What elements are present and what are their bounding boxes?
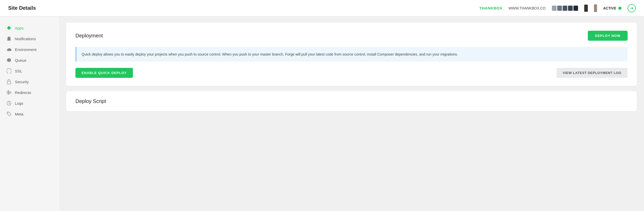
sidebar-item-notifications[interactable]: Notifications	[0, 33, 59, 44]
sidebar-label-security: Security	[15, 80, 29, 84]
swatch-3	[563, 6, 567, 11]
navigate-button[interactable]: ➜	[628, 4, 636, 12]
lock-icon	[6, 79, 12, 85]
sidebar-item-queue[interactable]: Queue	[0, 55, 59, 66]
sidebar-item-security[interactable]: Security	[0, 76, 59, 87]
tag-icon	[6, 111, 12, 117]
color-swatches	[552, 6, 578, 11]
sidebar-item-environment[interactable]: Environment	[0, 44, 59, 55]
sidebar-item-ssl[interactable]: SSL	[0, 66, 59, 76]
deployment-card: Deployment DEPLOY NOW Quick deploy allow…	[66, 23, 637, 86]
sidebar-item-logs[interactable]: Logs	[0, 98, 59, 109]
deploy-now-button[interactable]: DEPLOY NOW	[588, 31, 628, 41]
apps-icon	[6, 25, 12, 31]
chart-icon	[6, 100, 12, 106]
deployment-info-text: Quick deploy allows you to easily deploy…	[82, 52, 458, 56]
mobile-device-icon	[584, 5, 588, 12]
swatch-2	[557, 6, 562, 11]
sidebar-label-logs: Logs	[15, 101, 23, 106]
bell-icon	[6, 36, 12, 41]
sidebar-item-redirects[interactable]: Redirects	[0, 87, 59, 98]
sidebar-label-queue: Queue	[15, 58, 26, 62]
page-title: Site Details	[8, 5, 36, 11]
tablet-device-icon	[594, 4, 597, 12]
swatch-4	[568, 6, 573, 11]
swatch-1	[552, 6, 557, 11]
sidebar-label-meta: Meta	[15, 112, 23, 116]
sidebar-item-meta[interactable]: Meta	[0, 109, 59, 119]
deploy-script-card: Deploy Script	[66, 91, 637, 111]
svg-rect-1	[7, 81, 11, 84]
arrow-icon: ➜	[630, 6, 633, 10]
swatch-5	[573, 6, 578, 11]
sidebar-label-notifications: Notifications	[15, 37, 36, 41]
deploy-script-title: Deploy Script	[75, 98, 628, 104]
redirects-icon	[6, 90, 12, 95]
deployment-info-box: Quick deploy allows you to easily deploy…	[75, 47, 628, 62]
main-content: Deployment DEPLOY NOW Quick deploy allow…	[59, 16, 644, 211]
sidebar: Apps Notifications Environment	[0, 16, 59, 211]
main-layout: Apps Notifications Environment	[0, 16, 644, 211]
site-name: THANKBOX	[479, 6, 502, 10]
gear-icon	[6, 57, 12, 63]
status-indicator: ACTIVE	[603, 6, 621, 10]
shield-icon	[6, 68, 12, 74]
sidebar-label-redirects: Redirects	[15, 90, 31, 95]
status-label: ACTIVE	[603, 6, 616, 10]
svg-point-3	[8, 113, 8, 113]
sidebar-label-apps: Apps	[15, 26, 24, 30]
enable-quick-deploy-button[interactable]: ENABLE QUICK DEPLOY	[75, 68, 133, 78]
cloud-icon	[6, 47, 12, 52]
sidebar-item-apps[interactable]: Apps	[0, 23, 59, 33]
sidebar-label-ssl: SSL	[15, 69, 22, 73]
site-header: Site Details THANKBOX WWW.THANKBOX.CO AC…	[0, 0, 644, 16]
view-log-button[interactable]: VIEW LATEST DEPLOYMENT LOG	[557, 68, 628, 78]
svg-marker-0	[7, 26, 11, 30]
deployment-title: Deployment	[75, 33, 103, 39]
status-dot	[618, 7, 621, 10]
site-url: WWW.THANKBOX.CO	[509, 6, 546, 10]
deployment-card-header: Deployment DEPLOY NOW	[75, 31, 628, 41]
deployment-actions: ENABLE QUICK DEPLOY VIEW LATEST DEPLOYME…	[75, 68, 628, 78]
sidebar-label-environment: Environment	[15, 47, 36, 52]
